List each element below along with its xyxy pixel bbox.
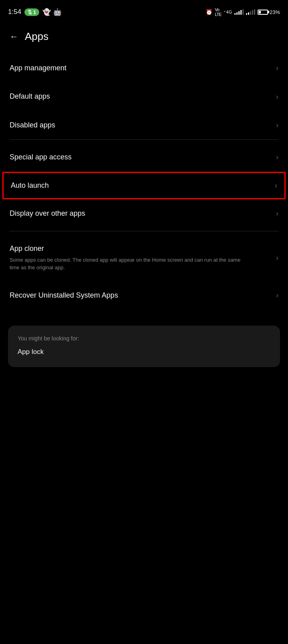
signal-bar2-1	[246, 13, 247, 15]
section-gap-4	[0, 310, 288, 316]
menu-item-display-over-other-apps[interactable]: Display over other apps ›	[0, 199, 288, 228]
chevron-icon-app-cloner: ›	[276, 254, 278, 262]
menu-item-auto-launch-content: Auto launch	[11, 181, 270, 190]
signal-bar2-4	[252, 10, 253, 15]
menu-item-recover-uninstalled[interactable]: Recover Uninstalled System Apps ›	[0, 281, 288, 310]
menu-item-auto-launch[interactable]: Auto launch ›	[2, 172, 286, 199]
menu-item-app-management-content: App management	[10, 64, 271, 73]
section-gap-1	[0, 140, 288, 143]
auto-launch-label: Auto launch	[11, 181, 49, 189]
wifi-icon: ⇅	[28, 9, 32, 15]
menu-item-app-management[interactable]: App management ›	[0, 54, 288, 82]
battery-fill	[259, 11, 261, 14]
page-header: ← Apps	[0, 22, 288, 54]
menu-item-app-cloner-content: App cloner Some apps can be cloned. The …	[10, 244, 271, 271]
alarm-icon: ⏰	[206, 9, 212, 15]
network-4g-icon: ⁺4G	[224, 10, 232, 15]
suggestion-box-label: You might be looking for:	[18, 335, 270, 342]
android-icon: 🤖	[53, 8, 62, 16]
battery-container: 23%	[258, 9, 280, 15]
signal-bar2-2	[248, 12, 249, 15]
special-app-access-label: Special app access	[10, 153, 72, 161]
menu-item-disabled-apps-content: Disabled apps	[10, 121, 271, 130]
menu-item-disabled-apps[interactable]: Disabled apps ›	[0, 111, 288, 139]
back-button[interactable]: ←	[10, 32, 18, 42]
menu-item-default-apps-content: Default apps	[10, 92, 271, 101]
recover-uninstalled-label: Recover Uninstalled System Apps	[10, 291, 118, 299]
battery-percent: 23%	[270, 9, 280, 15]
chevron-icon-default-apps: ›	[276, 93, 278, 101]
display-over-other-apps-label: Display over other apps	[10, 209, 85, 217]
menu-item-default-apps[interactable]: Default apps ›	[0, 82, 288, 111]
menu-item-app-cloner[interactable]: App cloner Some apps can be cloned. The …	[0, 235, 288, 281]
menu-item-special-app-access[interactable]: Special app access ›	[0, 143, 288, 171]
signal-bar-5	[242, 9, 244, 15]
status-bar: 1:54 ⇅ 1 👻 🤖 ⏰ VoLTE ⁺4G	[0, 0, 288, 22]
signal-bar2-5	[254, 9, 255, 15]
menu-item-display-over-other-apps-content: Display over other apps	[10, 209, 271, 218]
section-gap-3	[0, 231, 288, 235]
disabled-apps-label: Disabled apps	[10, 121, 55, 129]
snapchat-icon: 👻	[42, 8, 51, 16]
chevron-icon-app-management: ›	[276, 64, 278, 72]
menu-item-recover-uninstalled-content: Recover Uninstalled System Apps	[10, 291, 271, 300]
notification-icons: 👻 🤖	[42, 8, 62, 16]
signal-bar-1	[234, 13, 236, 15]
signal-bar2-3	[250, 11, 251, 15]
status-right: ⏰ VoLTE ⁺4G 23%	[206, 7, 280, 17]
signal-strength-1	[234, 9, 244, 15]
volte-icon: VoLTE	[215, 7, 221, 17]
signal-bar-3	[238, 11, 240, 15]
app-cloner-subtitle: Some apps can be cloned. The cloned app …	[10, 256, 242, 272]
status-time: 1:54	[8, 8, 21, 16]
app-management-label: App management	[10, 64, 66, 72]
battery-icon	[258, 10, 268, 15]
signal-bar-2	[236, 12, 238, 15]
wifi-count: 1	[33, 9, 36, 15]
default-apps-label: Default apps	[10, 92, 50, 100]
suggestion-item-app-lock[interactable]: App lock	[18, 348, 270, 356]
menu-item-special-app-access-content: Special app access	[10, 153, 271, 162]
app-cloner-label: App cloner	[10, 244, 271, 253]
chevron-icon-recover-uninstalled: ›	[276, 291, 278, 300]
status-left: 1:54 ⇅ 1 👻 🤖	[8, 8, 62, 16]
suggestion-box: You might be looking for: App lock	[8, 326, 280, 367]
chevron-icon-disabled-apps: ›	[276, 121, 278, 129]
chevron-icon-special-app-access: ›	[276, 153, 278, 161]
wifi-badge: ⇅ 1	[24, 8, 39, 16]
signal-strength-2	[246, 9, 255, 15]
chevron-icon-display-over-other-apps: ›	[276, 209, 278, 218]
section-gap-2	[0, 228, 288, 231]
signal-bar-4	[240, 10, 242, 15]
chevron-icon-auto-launch: ›	[275, 181, 277, 190]
page-title: Apps	[25, 30, 48, 43]
